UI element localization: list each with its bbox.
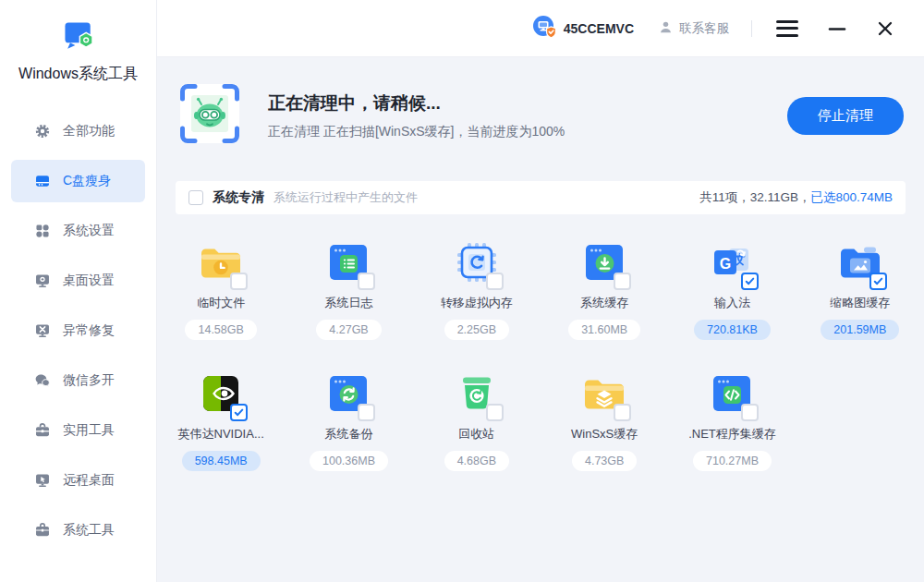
item-checkbox[interactable] — [358, 404, 375, 421]
sidebar-item-label: 微信多开 — [63, 372, 115, 389]
sidebar-item-label: 远程桌面 — [63, 472, 115, 489]
item-checkbox[interactable] — [614, 404, 631, 421]
item-checkbox[interactable] — [869, 273, 887, 290]
grid-item[interactable]: 缩略图缓存 201.59MB — [796, 238, 924, 340]
sidebar-item-all-features[interactable]: 全部功能 — [11, 110, 145, 152]
sidebar-item-label: 桌面设置 — [63, 273, 115, 289]
app-logo-icon — [58, 18, 99, 59]
item-checkbox[interactable] — [741, 404, 759, 421]
briefcase-icon — [34, 522, 51, 539]
titlebar: 45CCEMVC 联系客服 — [157, 0, 924, 57]
titlebar-divider — [751, 20, 752, 37]
content-area: 正在清理中，请稍候... 正在清理 正在扫描[WinSxS缓存]，当前进度为10… — [157, 57, 924, 582]
grid-item[interactable]: .NET程序集缓存 710.27MB — [668, 370, 796, 471]
monitor-gear-icon — [34, 273, 51, 289]
item-label: 英伟达NVIDIA... — [178, 426, 264, 443]
item-checkbox[interactable] — [230, 404, 248, 421]
hamburger-icon[interactable] — [774, 18, 800, 39]
stop-cleaning-button[interactable]: 停止清理 — [787, 97, 904, 135]
grid-item[interactable]: 临时文件 14.58GB — [157, 238, 285, 340]
sidebar-item-remote-desktop[interactable]: 远程桌面 — [11, 459, 145, 502]
grid-item[interactable]: 转移虚拟内存 2.25GB — [413, 238, 541, 340]
person-icon — [658, 19, 674, 38]
account-name: 45CCEMVC — [564, 21, 634, 36]
item-checkbox[interactable] — [486, 404, 504, 421]
item-size-badge: 201.59MB — [821, 320, 899, 340]
item-checkbox[interactable] — [358, 273, 375, 290]
grid-item[interactable]: 系统日志 4.27GB — [285, 238, 412, 340]
sidebar-item-utilities[interactable]: 实用工具 — [11, 409, 145, 452]
sidebar-item-system-tools[interactable]: 系统工具 — [11, 509, 145, 552]
item-label: 系统缓存 — [580, 295, 628, 311]
gear-icon — [34, 123, 51, 139]
contact-support[interactable]: 联系客服 — [658, 19, 729, 38]
grid-item[interactable]: 回收站 4.68GB — [413, 370, 541, 471]
minimize-icon[interactable] — [825, 17, 849, 41]
item-size-badge: 4.27GB — [316, 320, 381, 340]
section-summary: 共11项，32.11GB，已选800.74MB — [699, 189, 893, 206]
section-bar: 系统专清 系统运行过程中产生的文件 共11项，32.11GB，已选800.74M… — [176, 181, 906, 214]
grid-item[interactable]: 英伟达NVIDIA... 598.45MB — [157, 370, 285, 471]
main-area: 45CCEMVC 联系客服 — [157, 0, 924, 582]
close-icon[interactable] — [874, 18, 896, 40]
item-size-badge: 720.81KB — [694, 320, 771, 340]
sidebar-item-system-settings[interactable]: 系统设置 — [11, 210, 145, 252]
item-label: 系统备份 — [324, 426, 372, 443]
sidebar-item-label: 全部功能 — [63, 123, 115, 139]
item-size-badge: 598.45MB — [182, 451, 261, 471]
item-checkbox[interactable] — [230, 273, 248, 290]
sidebar-item-label: 异常修复 — [63, 322, 115, 339]
selected-size: 已选800.74MB — [810, 190, 893, 204]
svg-text:G: G — [720, 256, 731, 272]
sidebar-item-wechat-multi[interactable]: 微信多开 — [11, 359, 145, 402]
item-checkbox[interactable] — [741, 273, 759, 290]
section-description: 系统运行过程中产生的文件 — [274, 189, 418, 206]
grid-item[interactable]: 系统备份 100.36MB — [285, 370, 412, 471]
contact-support-label: 联系客服 — [679, 20, 729, 37]
item-size-badge: 31.60MB — [568, 320, 640, 340]
app-title: Windows系统工具 — [18, 65, 138, 84]
monitor-tools-icon — [34, 322, 51, 339]
sidebar: Windows系统工具 全部功能 C盘瘦身 系统设置 桌面设置 异常修复 微信多… — [0, 0, 157, 582]
status-subtitle: 正在清理 正在扫描[WinSxS缓存]，当前进度为100% — [268, 124, 565, 140]
item-checkbox[interactable] — [614, 273, 631, 290]
sidebar-item-c-drive-slim[interactable]: C盘瘦身 — [11, 160, 145, 202]
item-size-badge: 4.73GB — [572, 451, 637, 471]
item-label: 转移虚拟内存 — [441, 295, 513, 311]
item-size-badge: 710.27MB — [693, 451, 772, 471]
app-window: Windows系统工具 全部功能 C盘瘦身 系统设置 桌面设置 异常修复 微信多… — [0, 0, 924, 582]
chat-bubbles-icon — [34, 372, 51, 389]
grid-item[interactable]: 系统缓存 31.60MB — [541, 238, 668, 340]
item-size-badge: 2.25GB — [444, 320, 509, 340]
item-label: WinSxS缓存 — [571, 426, 638, 443]
sidebar-nav: 全部功能 C盘瘦身 系统设置 桌面设置 异常修复 微信多开 实用工具 远程桌面 … — [0, 110, 156, 552]
sidebar-item-label: 实用工具 — [63, 422, 115, 439]
hard-disk-icon — [34, 173, 51, 189]
section-checkbox[interactable] — [188, 190, 203, 205]
item-checkbox[interactable] — [486, 273, 504, 290]
robot-scan-icon — [176, 79, 244, 152]
item-size-badge: 100.36MB — [310, 451, 388, 471]
section-title: 系统专清 — [213, 189, 264, 206]
status-title: 正在清理中，请稍候... — [268, 91, 565, 115]
item-size-badge: 4.68GB — [444, 451, 509, 471]
item-label: 缩略图缓存 — [830, 295, 890, 311]
item-label: 回收站 — [458, 426, 494, 443]
sidebar-item-label: C盘瘦身 — [63, 173, 111, 189]
item-label: 输入法 — [714, 295, 750, 311]
toolbox-icon — [34, 422, 51, 439]
shield-monitor-badge-icon — [531, 14, 557, 42]
item-label: 临时文件 — [197, 295, 245, 311]
item-label: 系统日志 — [324, 295, 372, 311]
sidebar-item-error-repair[interactable]: 异常修复 — [11, 309, 145, 352]
app-logo: Windows系统工具 — [0, 18, 156, 84]
sidebar-item-label: 系统工具 — [63, 522, 115, 539]
account-chip[interactable]: 45CCEMVC — [531, 14, 634, 42]
sidebar-item-label: 系统设置 — [63, 223, 115, 239]
sidebar-item-desktop-settings[interactable]: 桌面设置 — [11, 260, 145, 302]
item-size-badge: 14.58GB — [185, 320, 256, 340]
grid-squares-icon — [34, 223, 51, 239]
item-label: .NET程序集缓存 — [688, 426, 776, 443]
grid-item[interactable]: WinSxS缓存 4.73GB — [541, 370, 668, 471]
grid-item[interactable]: G 输入法 720.81KB — [668, 238, 796, 340]
